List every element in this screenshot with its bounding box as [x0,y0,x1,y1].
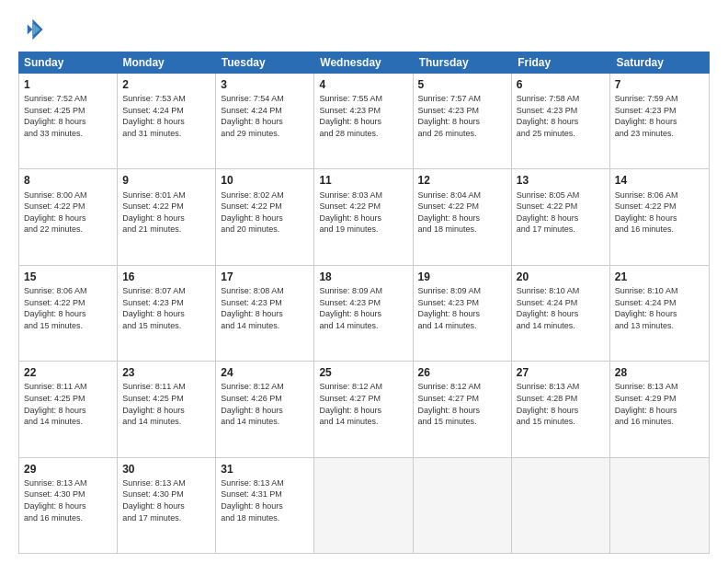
calendar-cell: 10Sunrise: 8:02 AM Sunset: 4:22 PM Dayli… [216,169,314,264]
cell-info: Sunrise: 8:13 AM Sunset: 4:29 PM Dayligh… [615,381,704,427]
calendar-cell [414,458,512,553]
cell-info: Sunrise: 8:13 AM Sunset: 4:28 PM Dayligh… [517,381,605,427]
cell-info: Sunrise: 8:11 AM Sunset: 4:25 PM Dayligh… [122,381,210,427]
calendar-row: 22Sunrise: 8:11 AM Sunset: 4:25 PM Dayli… [19,362,709,457]
cell-info: Sunrise: 7:52 AM Sunset: 4:25 PM Dayligh… [24,93,112,139]
header [18,17,710,42]
weekday-header: Sunday [18,52,117,74]
calendar-cell: 8Sunrise: 8:00 AM Sunset: 4:22 PM Daylig… [19,169,118,264]
day-number: 2 [122,77,210,92]
calendar-cell: 9Sunrise: 8:01 AM Sunset: 4:22 PM Daylig… [118,169,216,264]
day-number: 17 [221,270,309,284]
cell-info: Sunrise: 8:09 AM Sunset: 4:23 PM Dayligh… [319,285,407,331]
calendar-cell: 11Sunrise: 8:03 AM Sunset: 4:22 PM Dayli… [314,169,413,264]
calendar-cell: 26Sunrise: 8:12 AM Sunset: 4:27 PM Dayli… [414,362,512,456]
cell-info: Sunrise: 7:57 AM Sunset: 4:23 PM Dayligh… [418,93,506,139]
calendar-cell: 17Sunrise: 8:08 AM Sunset: 4:23 PM Dayli… [216,266,314,361]
calendar-cell: 7Sunrise: 7:59 AM Sunset: 4:23 PM Daylig… [610,74,709,168]
day-number: 31 [221,462,309,477]
weekday-header: Friday [512,52,610,74]
cell-info: Sunrise: 8:13 AM Sunset: 4:30 PM Dayligh… [24,477,112,523]
cell-info: Sunrise: 8:09 AM Sunset: 4:23 PM Dayligh… [418,285,506,331]
cell-info: Sunrise: 8:07 AM Sunset: 4:23 PM Dayligh… [122,285,210,331]
calendar-cell: 16Sunrise: 8:07 AM Sunset: 4:23 PM Dayli… [118,266,216,361]
calendar-cell: 13Sunrise: 8:05 AM Sunset: 4:22 PM Dayli… [512,169,610,264]
calendar-cell: 19Sunrise: 8:09 AM Sunset: 4:23 PM Dayli… [414,266,512,361]
day-number: 15 [24,270,112,284]
calendar-cell: 5Sunrise: 7:57 AM Sunset: 4:23 PM Daylig… [414,74,512,168]
calendar-cell [610,458,709,553]
weekday-header: Monday [117,52,215,74]
calendar-cell [314,458,413,553]
cell-info: Sunrise: 8:13 AM Sunset: 4:31 PM Dayligh… [221,477,309,523]
calendar-cell: 21Sunrise: 8:10 AM Sunset: 4:24 PM Dayli… [610,266,709,361]
calendar-cell: 24Sunrise: 8:12 AM Sunset: 4:26 PM Dayli… [216,362,314,456]
cell-info: Sunrise: 8:11 AM Sunset: 4:25 PM Dayligh… [24,381,112,427]
day-number: 23 [122,365,210,380]
cell-info: Sunrise: 8:12 AM Sunset: 4:27 PM Dayligh… [418,381,506,427]
day-number: 12 [418,173,506,188]
weekday-header: Tuesday [216,52,314,74]
day-number: 22 [24,365,112,380]
cell-info: Sunrise: 8:00 AM Sunset: 4:22 PM Dayligh… [24,190,112,236]
calendar-cell: 30Sunrise: 8:13 AM Sunset: 4:30 PM Dayli… [118,458,216,553]
calendar-cell [512,458,610,553]
cell-info: Sunrise: 7:59 AM Sunset: 4:23 PM Dayligh… [615,93,704,139]
day-number: 1 [24,77,112,92]
day-number: 4 [319,77,407,92]
day-number: 13 [517,173,605,188]
day-number: 6 [517,77,605,92]
day-number: 11 [319,173,407,188]
day-number: 14 [615,173,704,188]
calendar-row: 15Sunrise: 8:06 AM Sunset: 4:22 PM Dayli… [19,266,709,362]
day-number: 27 [517,365,605,380]
calendar-cell: 31Sunrise: 8:13 AM Sunset: 4:31 PM Dayli… [216,458,314,553]
day-number: 30 [122,462,210,477]
calendar-cell: 15Sunrise: 8:06 AM Sunset: 4:22 PM Dayli… [19,266,118,361]
cell-info: Sunrise: 8:10 AM Sunset: 4:24 PM Dayligh… [615,285,704,331]
logo [18,17,48,42]
calendar-cell: 29Sunrise: 8:13 AM Sunset: 4:30 PM Dayli… [19,458,118,553]
day-number: 19 [418,270,506,284]
calendar-cell: 27Sunrise: 8:13 AM Sunset: 4:28 PM Dayli… [512,362,610,456]
cell-info: Sunrise: 8:12 AM Sunset: 4:26 PM Dayligh… [221,381,309,427]
logo-icon [18,17,44,42]
day-number: 8 [24,173,112,188]
calendar-cell: 18Sunrise: 8:09 AM Sunset: 4:23 PM Dayli… [314,266,413,361]
cell-info: Sunrise: 8:12 AM Sunset: 4:27 PM Dayligh… [319,381,407,427]
cell-info: Sunrise: 8:04 AM Sunset: 4:22 PM Dayligh… [418,190,506,236]
day-number: 10 [221,173,309,188]
day-number: 21 [615,270,704,284]
day-number: 5 [418,77,506,92]
calendar-header: SundayMondayTuesdayWednesdayThursdayFrid… [18,52,710,74]
day-number: 26 [418,365,506,380]
cell-info: Sunrise: 8:03 AM Sunset: 4:22 PM Dayligh… [319,190,407,236]
calendar-body: 1Sunrise: 7:52 AM Sunset: 4:25 PM Daylig… [18,74,710,554]
calendar-cell: 3Sunrise: 7:54 AM Sunset: 4:24 PM Daylig… [216,74,314,168]
day-number: 24 [221,365,309,380]
cell-info: Sunrise: 8:08 AM Sunset: 4:23 PM Dayligh… [221,285,309,331]
calendar-cell: 23Sunrise: 8:11 AM Sunset: 4:25 PM Dayli… [118,362,216,456]
calendar-cell: 2Sunrise: 7:53 AM Sunset: 4:24 PM Daylig… [118,74,216,168]
calendar-row: 29Sunrise: 8:13 AM Sunset: 4:30 PM Dayli… [19,458,709,553]
day-number: 18 [319,270,407,284]
page: SundayMondayTuesdayWednesdayThursdayFrid… [0,0,728,563]
calendar-row: 1Sunrise: 7:52 AM Sunset: 4:25 PM Daylig… [19,74,709,169]
cell-info: Sunrise: 8:01 AM Sunset: 4:22 PM Dayligh… [122,190,210,236]
day-number: 7 [615,77,704,92]
cell-info: Sunrise: 7:53 AM Sunset: 4:24 PM Dayligh… [122,93,210,139]
cell-info: Sunrise: 8:06 AM Sunset: 4:22 PM Dayligh… [615,190,704,236]
calendar-row: 8Sunrise: 8:00 AM Sunset: 4:22 PM Daylig… [19,169,709,265]
cell-info: Sunrise: 8:13 AM Sunset: 4:30 PM Dayligh… [122,477,210,523]
calendar-cell: 12Sunrise: 8:04 AM Sunset: 4:22 PM Dayli… [414,169,512,264]
cell-info: Sunrise: 7:58 AM Sunset: 4:23 PM Dayligh… [517,93,605,139]
cell-info: Sunrise: 8:05 AM Sunset: 4:22 PM Dayligh… [517,190,605,236]
day-number: 3 [221,77,309,92]
day-number: 16 [122,270,210,284]
calendar-cell: 6Sunrise: 7:58 AM Sunset: 4:23 PM Daylig… [512,74,610,168]
calendar-cell: 1Sunrise: 7:52 AM Sunset: 4:25 PM Daylig… [19,74,118,168]
day-number: 20 [517,270,605,284]
calendar: SundayMondayTuesdayWednesdayThursdayFrid… [18,52,710,554]
calendar-cell: 4Sunrise: 7:55 AM Sunset: 4:23 PM Daylig… [314,74,413,168]
calendar-cell: 20Sunrise: 8:10 AM Sunset: 4:24 PM Dayli… [512,266,610,361]
